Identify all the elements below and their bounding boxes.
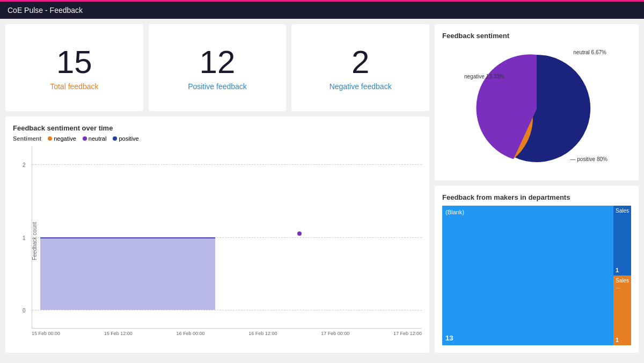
total-label: Total feedback (50, 82, 98, 91)
sales-label: Sales (616, 208, 629, 214)
legend-positive-label: positive (119, 135, 138, 142)
treemap-blank: (Blank) 13 (442, 206, 613, 345)
label-positive: — positive 80% (570, 156, 608, 162)
y-tick-1: 1 (23, 235, 26, 241)
departments-card: Feedback from makers in departments (Bla… (435, 186, 639, 353)
total-number: 15 (56, 45, 92, 80)
x-label-1: 15 Feb 00:00 (32, 331, 60, 336)
sales-count: 1 (616, 267, 629, 273)
x-label-3: 16 Feb 00:00 (177, 331, 205, 336)
positive-number: 12 (200, 45, 236, 80)
sentiment-pie-card: Feedback sentiment neutral 6.67% negativ… (435, 24, 639, 180)
sales-alt-count: 1 (616, 337, 629, 343)
sales-top: Sales 1 (613, 206, 631, 275)
label-neutral: neutral 6.67% (573, 49, 606, 55)
departments-title: Feedback from makers in departments (442, 193, 631, 201)
top-bar: CoE Pulse - Feedback (0, 0, 644, 19)
page-title: CoE Pulse - Feedback (8, 6, 83, 14)
legend-positive: positive (113, 135, 138, 142)
area-chart-positive (40, 237, 216, 310)
legend-label: Sentiment (13, 135, 41, 142)
y-tick-2: 2 (23, 162, 26, 168)
y-tick-0: 0 (23, 308, 26, 314)
x-label-2: 15 Feb 12:00 (104, 331, 133, 336)
negative-label: Negative feedback (330, 82, 392, 91)
neutral-data-dot (297, 231, 302, 236)
legend-neutral: neutral (83, 135, 107, 142)
right-panel: Feedback sentiment neutral 6.67% negativ… (435, 24, 639, 353)
negative-number: 2 (352, 45, 369, 80)
sentiment-chart-title: Feedback sentiment over time (13, 124, 422, 132)
chart-legend: Sentiment negative neutral positive (13, 135, 422, 142)
chart-wrapper: Feedback count 2 1 0 15 Feb 00:0 (32, 146, 422, 336)
positive-dot (113, 136, 117, 141)
positive-label: Positive feedback (188, 82, 247, 91)
blank-label: (Blank) (445, 209, 610, 215)
positive-feedback-card: 12 Positive feedback (149, 24, 287, 111)
blank-count: 13 (445, 334, 453, 342)
label-negative: negative 13.33% (464, 74, 504, 79)
sentiment-pie-title: Feedback sentiment (442, 32, 631, 40)
grid-line-0: 0 (32, 310, 422, 310)
negative-dot (48, 136, 52, 141)
total-feedback-card: 15 Total feedback (5, 24, 143, 111)
x-label-4: 16 Feb 12:00 (248, 331, 277, 336)
x-label-6: 17 Feb 12:00 (393, 331, 422, 336)
grid-line-2: 2 (32, 164, 422, 165)
x-axis-labels: 15 Feb 00:00 15 Feb 12:00 16 Feb 00:00 1… (32, 329, 422, 336)
negative-feedback-card: 2 Negative feedback (291, 24, 429, 111)
treemap: (Blank) 13 Sales 1 Sales ... 1 (442, 206, 631, 345)
legend-negative: negative (48, 135, 76, 142)
sales-bottom: Sales ... 1 (613, 275, 631, 345)
x-label-5: 17 Feb 00:00 (321, 331, 349, 336)
legend-negative-label: negative (54, 135, 76, 142)
sentiment-over-time-card: Feedback sentiment over time Sentiment n… (5, 117, 429, 353)
legend-neutral-label: neutral (89, 135, 107, 142)
treemap-sales: Sales 1 Sales ... 1 (613, 206, 631, 345)
neutral-dot (83, 136, 87, 141)
pie-chart: neutral 6.67% negative 13.33% — positive… (462, 44, 612, 173)
chart-area: 2 1 0 (32, 146, 422, 329)
sales-alt-label: Sales ... (616, 278, 629, 289)
